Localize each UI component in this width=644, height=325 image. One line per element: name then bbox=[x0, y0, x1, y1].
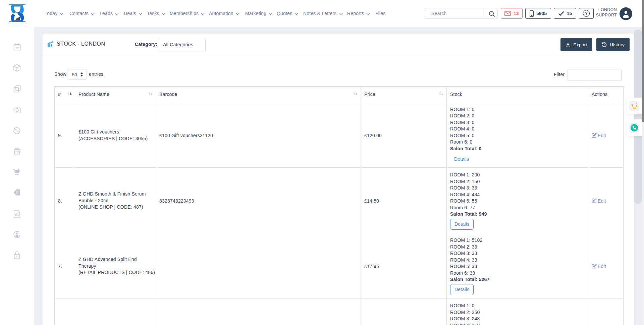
svg-text:12: 12 bbox=[15, 47, 19, 50]
